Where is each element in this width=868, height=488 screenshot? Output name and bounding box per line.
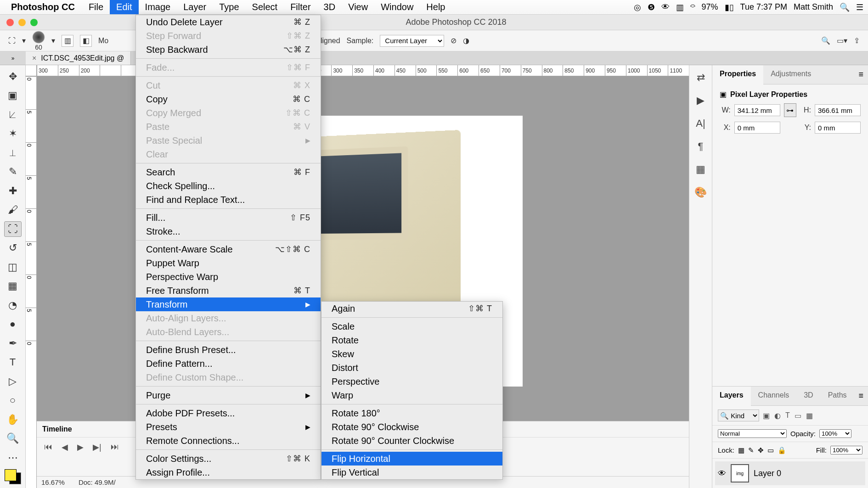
edit-toolbar[interactable]: ⋯ bbox=[4, 450, 22, 466]
menu-type[interactable]: Type bbox=[213, 0, 245, 14]
ruler-vertical[interactable]: 050505050 bbox=[26, 76, 37, 488]
color-panel-icon[interactable]: 🎨 bbox=[694, 186, 707, 198]
edit-item-content-aware-scale[interactable]: Content-Aware Scale⌥⇧⌘ C bbox=[136, 242, 321, 256]
eraser-tool[interactable]: ◫ bbox=[4, 259, 22, 275]
layer-filter-kind[interactable]: 🔍 Kind bbox=[718, 409, 759, 421]
edit-item-step-backward[interactable]: Step Backward⌥⌘ Z bbox=[136, 43, 321, 56]
transform-item-again[interactable]: Again⇧⌘ T bbox=[321, 302, 502, 315]
zoom-tool[interactable]: 🔍 bbox=[4, 431, 22, 447]
edit-item-copy[interactable]: Copy⌘ C bbox=[136, 92, 321, 106]
stamp-tool-icon[interactable]: ⛶ bbox=[8, 37, 16, 45]
transform-item-skew[interactable]: Skew bbox=[321, 347, 502, 361]
brush-preview[interactable] bbox=[32, 31, 45, 44]
brush-panel-icon[interactable]: ▥ bbox=[62, 35, 73, 47]
filter-type-icon[interactable]: T bbox=[785, 411, 790, 420]
lasso-tool[interactable]: ⟀ bbox=[4, 107, 22, 123]
timeline-first-icon[interactable]: ⏮ bbox=[44, 442, 52, 452]
panel-menu-icon[interactable]: ≡ bbox=[854, 65, 868, 84]
edit-item-fill[interactable]: Fill...⇧ F5 bbox=[136, 211, 321, 224]
spotlight-icon[interactable]: 🔍 bbox=[840, 2, 850, 12]
edit-item-check-spelling[interactable]: Check Spelling... bbox=[136, 179, 321, 193]
edit-item-define-pattern[interactable]: Define Pattern... bbox=[136, 357, 321, 370]
doc-size-display[interactable]: Doc: 49.9M/ bbox=[79, 478, 116, 486]
path-select-tool[interactable]: ▷ bbox=[4, 374, 22, 389]
edit-item-transform[interactable]: Transform▶ bbox=[136, 297, 321, 311]
lock-art-icon[interactable]: ▭ bbox=[767, 446, 774, 454]
edit-item-adobe-pdf-presets[interactable]: Adobe PDF Presets... bbox=[136, 406, 321, 420]
quick-select-tool[interactable]: ✶ bbox=[4, 126, 22, 142]
workspace-icon[interactable]: ▭▾ bbox=[837, 36, 847, 45]
timeline-play-icon[interactable]: ▶ bbox=[77, 442, 84, 452]
lock-paint-icon[interactable]: ✎ bbox=[748, 446, 754, 454]
ruler-origin[interactable] bbox=[26, 65, 37, 76]
gradient-tool[interactable]: ▦ bbox=[4, 279, 22, 294]
healing-tool[interactable]: ✚ bbox=[4, 183, 22, 199]
menu-select[interactable]: Select bbox=[246, 0, 284, 14]
edit-item-remote-connections[interactable]: Remote Connections... bbox=[136, 434, 321, 448]
tab-adjustments[interactable]: Adjustments bbox=[763, 65, 818, 84]
ignore-adjust-icon[interactable]: ⊘ bbox=[451, 36, 457, 45]
crop-tool[interactable]: ⟂ bbox=[4, 145, 22, 161]
menu-help[interactable]: Help bbox=[420, 0, 451, 14]
history-panel-icon[interactable]: ⇄ bbox=[697, 72, 705, 84]
transform-item-perspective[interactable]: Perspective bbox=[321, 375, 502, 388]
transform-item-rotate-90-counter-clockwise[interactable]: Rotate 90° Counter Clockwise bbox=[321, 434, 502, 448]
menu-file[interactable]: File bbox=[82, 0, 110, 14]
dodge-tool[interactable]: ● bbox=[4, 317, 22, 332]
menu-3d[interactable]: 3D bbox=[317, 0, 342, 14]
menu-layer[interactable]: Layer bbox=[177, 0, 213, 14]
filter-pixel-icon[interactable]: ▣ bbox=[763, 411, 770, 420]
wifi-icon[interactable]: ⌔ bbox=[690, 2, 695, 12]
type-tool[interactable]: T bbox=[4, 355, 22, 370]
lock-trans-icon[interactable]: ▦ bbox=[738, 446, 744, 454]
layer-row[interactable]: 👁 img Layer 0 bbox=[715, 461, 865, 485]
menu-image[interactable]: Image bbox=[139, 0, 177, 14]
edit-item-find-and-replace-text[interactable]: Find and Replace Text... bbox=[136, 193, 321, 207]
pen-tool[interactable]: ✒ bbox=[4, 336, 22, 351]
timeline-prev-icon[interactable]: ◀ bbox=[62, 442, 68, 452]
username[interactable]: Matt Smith bbox=[794, 2, 833, 12]
fill-select[interactable]: 100% bbox=[830, 446, 862, 454]
filter-smart-icon[interactable]: ▦ bbox=[806, 411, 813, 420]
blend-mode-select[interactable]: Normal bbox=[718, 429, 787, 438]
hand-tool[interactable]: ✋ bbox=[4, 412, 22, 427]
transform-item-scale[interactable]: Scale bbox=[321, 320, 502, 333]
sample-select[interactable]: Current Layer bbox=[380, 35, 444, 47]
edit-item-free-transform[interactable]: Free Transform⌘ T bbox=[136, 284, 321, 297]
share-icon[interactable]: ⇪ bbox=[854, 36, 860, 45]
height-input[interactable] bbox=[815, 104, 861, 116]
paragraph-panel-icon[interactable]: ¶ bbox=[698, 140, 704, 152]
layers-menu-icon[interactable]: ≡ bbox=[854, 387, 868, 405]
menu-extras-icon[interactable]: ☰ bbox=[856, 2, 863, 12]
x-input[interactable] bbox=[734, 122, 780, 134]
layer-name[interactable]: Layer 0 bbox=[754, 469, 781, 478]
edit-item-define-brush-preset[interactable]: Define Brush Preset... bbox=[136, 343, 321, 357]
color-swatch[interactable] bbox=[5, 469, 21, 485]
edit-item-perspective-warp[interactable]: Perspective Warp bbox=[136, 270, 321, 284]
opacity-select[interactable]: 100% bbox=[819, 429, 851, 438]
tab-properties[interactable]: Properties bbox=[712, 65, 763, 84]
shape-tool[interactable]: ○ bbox=[4, 393, 22, 409]
foreground-color[interactable] bbox=[5, 469, 17, 481]
close-button[interactable] bbox=[6, 19, 14, 26]
history-brush-tool[interactable]: ↺ bbox=[4, 241, 22, 256]
eyedropper-tool[interactable]: ✎ bbox=[4, 164, 22, 180]
tab-channels[interactable]: Channels bbox=[751, 387, 797, 405]
clock[interactable]: Tue 7:37 PM bbox=[740, 2, 787, 12]
marquee-tool[interactable]: ▣ bbox=[4, 88, 22, 104]
transform-item-rotate[interactable]: Rotate bbox=[321, 333, 502, 347]
cc-icon[interactable]: ◎ bbox=[634, 2, 641, 12]
pressure-icon[interactable]: ◑ bbox=[463, 36, 469, 45]
layer-thumbnail[interactable]: img bbox=[731, 464, 749, 482]
tool-dropdown-icon[interactable]: ▾ bbox=[22, 36, 26, 45]
actions-panel-icon[interactable]: ▶ bbox=[697, 95, 705, 107]
expand-tabs-icon[interactable]: » bbox=[11, 55, 15, 62]
move-tool[interactable]: ✥ bbox=[4, 69, 22, 84]
filter-shape-icon[interactable]: ▭ bbox=[795, 411, 801, 420]
menu-filter[interactable]: Filter bbox=[284, 0, 317, 14]
binoculars-icon[interactable]: 👁 bbox=[661, 2, 670, 12]
search-icon[interactable]: 🔍 bbox=[821, 36, 830, 45]
edit-item-stroke[interactable]: Stroke... bbox=[136, 224, 321, 238]
clone-stamp-tool[interactable]: ⛶ bbox=[4, 221, 22, 237]
tab-paths[interactable]: Paths bbox=[821, 387, 854, 405]
